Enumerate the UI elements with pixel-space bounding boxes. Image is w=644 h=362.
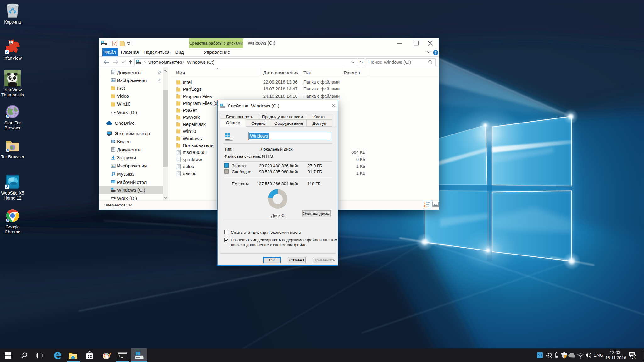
svg-text:1: 1	[633, 356, 635, 359]
